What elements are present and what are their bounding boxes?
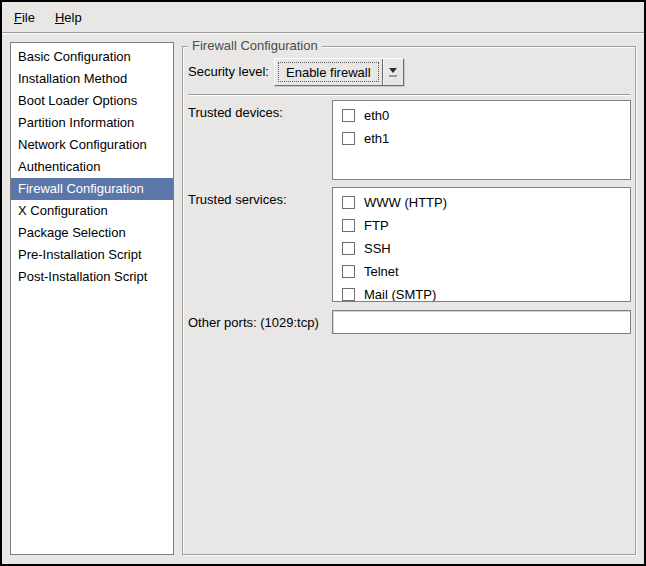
sidebar-item-authentication[interactable]: Authentication <box>11 156 173 178</box>
sidebar-item-partition-information[interactable]: Partition Information <box>11 112 173 134</box>
kickstart-configurator-window: FileHelp Basic ConfigurationInstallation… <box>0 0 646 566</box>
ssh-checkbox[interactable] <box>342 242 355 255</box>
sidebar-item-post-installation-script[interactable]: Post-Installation Script <box>11 266 173 288</box>
list-item-label: eth0 <box>364 108 389 123</box>
arrow-shadow <box>389 75 397 77</box>
list-item-telnet[interactable]: Telnet <box>333 260 630 283</box>
www-http-checkbox[interactable] <box>342 196 355 209</box>
eth0-checkbox[interactable] <box>342 109 355 122</box>
panel-title: Firewall Configuration <box>188 38 322 54</box>
chevron-down-icon[interactable] <box>384 59 403 85</box>
security-level-label: Security level: <box>188 64 269 79</box>
sidebar-item-installation-method[interactable]: Installation Method <box>11 68 173 90</box>
other-ports-input[interactable] <box>332 310 631 334</box>
firewall-configuration-frame: Firewall Configuration Security level: E… <box>182 46 636 555</box>
list-item-label: eth1 <box>364 131 389 146</box>
trusted-services-label: Trusted services: <box>188 192 287 207</box>
sidebar-item-network-configuration[interactable]: Network Configuration <box>11 134 173 156</box>
arrow-triangle <box>389 68 397 73</box>
list-item-label: WWW (HTTP) <box>364 195 447 210</box>
list-item-www-http[interactable]: WWW (HTTP) <box>333 191 630 214</box>
eth1-checkbox[interactable] <box>342 132 355 145</box>
sidebar-item-basic-configuration[interactable]: Basic Configuration <box>11 46 173 68</box>
list-item-label: Telnet <box>364 264 399 279</box>
sidebar-item-package-selection[interactable]: Package Selection <box>11 222 173 244</box>
sidebar-list: Basic ConfigurationInstallation MethodBo… <box>10 42 174 555</box>
list-item-ftp[interactable]: FTP <box>333 214 630 237</box>
menu-item-help[interactable]: Help <box>45 6 92 29</box>
list-item-eth0[interactable]: eth0 <box>333 104 630 127</box>
mail-smtp-checkbox[interactable] <box>342 288 355 301</box>
sidebar-item-firewall-configuration[interactable]: Firewall Configuration <box>11 178 173 200</box>
list-item-label: Mail (SMTP) <box>364 287 436 302</box>
horizontal-separator <box>188 94 630 96</box>
list-item-label: SSH <box>364 241 391 256</box>
security-level-value: Enable firewall <box>278 62 379 82</box>
other-ports-label: Other ports: (1029:tcp) <box>188 315 319 330</box>
menubar: FileHelp <box>2 2 644 33</box>
sidebar-item-boot-loader-options[interactable]: Boot Loader Options <box>11 90 173 112</box>
sidebar-item-pre-installation-script[interactable]: Pre-Installation Script <box>11 244 173 266</box>
list-item-mail-smtp[interactable]: Mail (SMTP) <box>333 283 630 302</box>
trusted-devices-list: eth0eth1 <box>332 100 631 180</box>
list-item-label: FTP <box>364 218 389 233</box>
trusted-services-list: WWW (HTTP)FTPSSHTelnetMail (SMTP) <box>332 187 631 302</box>
telnet-checkbox[interactable] <box>342 265 355 278</box>
trusted-devices-label: Trusted devices: <box>188 105 283 120</box>
menu-item-file[interactable]: File <box>4 6 45 29</box>
ftp-checkbox[interactable] <box>342 219 355 232</box>
sidebar-item-x-configuration[interactable]: X Configuration <box>11 200 173 222</box>
list-item-eth1[interactable]: eth1 <box>333 127 630 150</box>
security-level-dropdown[interactable]: Enable firewall <box>274 58 404 86</box>
list-item-ssh[interactable]: SSH <box>333 237 630 260</box>
